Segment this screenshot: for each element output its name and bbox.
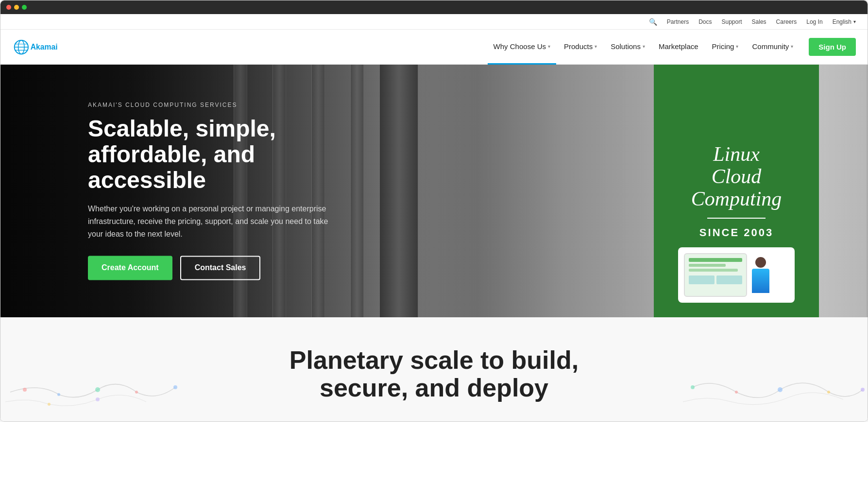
svg-point-11 [48,403,51,406]
nav-chevron-pricing: ▾ [736,44,738,49]
svg-point-14 [735,391,738,394]
search-icon[interactable]: 🔍 [649,18,657,26]
contact-sales-button[interactable]: Contact Sales [180,256,261,280]
nav-links: Why Choose Us ▾ Products ▾ Solutions ▾ M… [488,30,800,65]
nav-chevron-community: ▾ [791,44,793,49]
svg-point-12 [96,397,100,401]
hero-description: Whether you're working on a personal pro… [88,203,331,241]
below-hero-title: Planetary scale to build, secure, and de… [216,346,653,402]
top-link-login[interactable]: Log In [806,18,822,25]
svg-point-9 [135,391,138,394]
svg-point-8 [95,387,100,392]
person-illustration [752,257,769,293]
top-utility-bar: 🔍 Partners Docs Support Sales Careers Lo… [0,14,868,30]
language-chevron: ▾ [853,19,856,24]
hero-section: Linux Cloud Computing SINCE 2003 [0,65,868,317]
map-decoration-left [0,363,195,421]
main-nav: Akamai Why Choose Us ▾ Products ▾ Soluti… [0,30,868,65]
green-panel-since: SINCE 2003 [699,226,773,239]
nav-item-solutions[interactable]: Solutions ▾ [605,30,651,65]
svg-point-6 [23,388,27,392]
nav-logo[interactable]: Akamai [12,37,66,57]
green-panel: Linux Cloud Computing SINCE 2003 [654,65,819,317]
akamai-logo-svg: Akamai [12,37,66,57]
green-panel-divider [707,218,766,219]
nav-item-why-choose-us[interactable]: Why Choose Us ▾ [488,30,556,65]
svg-point-16 [827,391,830,394]
svg-point-15 [778,387,783,392]
signup-button[interactable]: Sign Up [809,38,856,56]
green-panel-title: Linux Cloud Computing [691,143,782,210]
hero-title: Scalable, simple, affordable, and access… [88,116,331,193]
svg-point-13 [691,385,695,389]
top-link-docs[interactable]: Docs [698,18,712,25]
svg-point-10 [173,385,177,389]
hero-content: AKAMAI'S CLOUD COMPUTING SERVICES Scalab… [88,102,331,280]
top-link-partners[interactable]: Partners [667,18,689,25]
map-decoration-right [673,363,868,421]
top-link-support[interactable]: Support [722,18,742,25]
browser-maximize-dot[interactable] [22,5,27,10]
create-account-button[interactable]: Create Account [88,256,172,280]
nav-chevron-products: ▾ [595,44,597,49]
top-link-sales[interactable]: Sales [752,18,766,25]
hero-illustration-card [678,247,795,303]
nav-item-pricing[interactable]: Pricing ▾ [706,30,745,65]
monitor-mockup [684,253,747,297]
hero-eyebrow: AKAMAI'S CLOUD COMPUTING SERVICES [88,102,331,108]
top-link-careers[interactable]: Careers [776,18,797,25]
browser-close-dot[interactable] [6,5,11,10]
nav-chevron-solutions: ▾ [643,44,645,49]
svg-point-17 [861,388,865,392]
nav-item-community[interactable]: Community ▾ [746,30,799,65]
nav-item-products[interactable]: Products ▾ [558,30,603,65]
hero-cta-buttons: Create Account Contact Sales [88,256,331,280]
language-label: English [833,18,851,25]
below-hero-content: Planetary scale to build, secure, and de… [216,346,653,402]
language-selector[interactable]: English ▾ [833,18,856,25]
nav-chevron-why-choose-us: ▾ [548,44,550,49]
nav-item-marketplace[interactable]: Marketplace [653,30,704,65]
below-hero-section: Planetary scale to build, secure, and de… [0,317,868,421]
svg-point-7 [57,393,60,396]
browser-minimize-dot[interactable] [14,5,19,10]
browser-chrome [0,0,868,14]
svg-text:Akamai: Akamai [31,43,58,51]
